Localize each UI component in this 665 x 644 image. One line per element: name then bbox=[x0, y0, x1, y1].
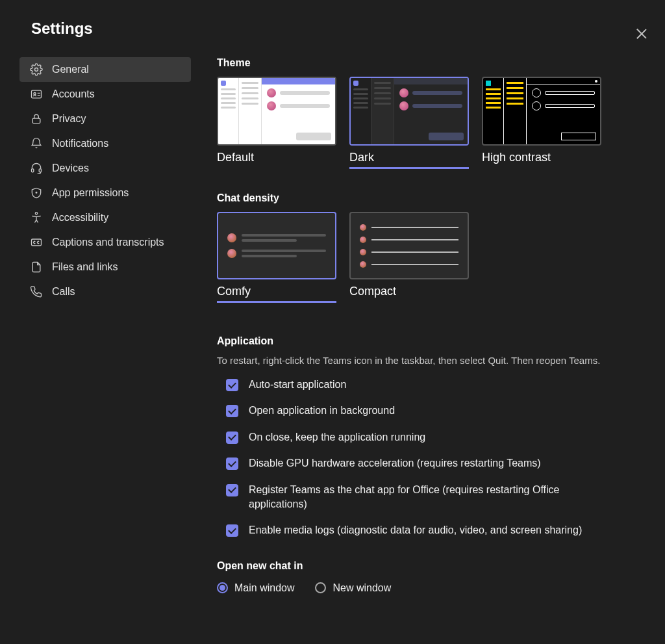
checkbox-icon bbox=[226, 457, 238, 470]
density-label: Compact bbox=[349, 285, 469, 298]
sidebar-item-notifications[interactable]: Notifications bbox=[19, 131, 191, 156]
density-option-compact[interactable]: Compact bbox=[349, 212, 469, 303]
radio-icon bbox=[217, 582, 228, 593]
check-auto-start[interactable]: Auto-start application bbox=[226, 378, 646, 392]
check-open-background[interactable]: Open application in background bbox=[226, 404, 646, 418]
radio-new-window[interactable]: New window bbox=[315, 582, 391, 594]
sidebar-item-app-permissions[interactable]: App permissions bbox=[19, 181, 191, 205]
sidebar-item-label: Captions and transcripts bbox=[52, 237, 164, 248]
gear-icon bbox=[30, 63, 43, 76]
page-title: Settings bbox=[31, 19, 665, 38]
checkbox-icon bbox=[226, 405, 238, 417]
sidebar-item-label: Privacy bbox=[52, 113, 86, 125]
theme-label: High contrast bbox=[482, 151, 601, 164]
svg-rect-4 bbox=[32, 169, 34, 172]
check-label: Auto-start application bbox=[249, 378, 346, 392]
id-card-icon bbox=[30, 88, 43, 101]
density-section-title: Chat density bbox=[217, 192, 646, 204]
application-section-title: Application bbox=[217, 335, 646, 347]
theme-label: Dark bbox=[349, 151, 469, 169]
sidebar-item-label: Accounts bbox=[52, 88, 95, 100]
sidebar-item-calls[interactable]: Calls bbox=[19, 279, 191, 304]
check-register-office[interactable]: Register Teams as the chat app for Offic… bbox=[226, 483, 646, 512]
sidebar-item-label: Calls bbox=[52, 286, 75, 298]
theme-option-high-contrast[interactable]: High contrast bbox=[482, 77, 601, 169]
sidebar-item-captions[interactable]: Captions and transcripts bbox=[19, 230, 191, 255]
density-option-comfy[interactable]: Comfy bbox=[217, 212, 336, 303]
radio-label: New window bbox=[332, 582, 391, 594]
accessibility-icon bbox=[30, 211, 43, 224]
file-icon bbox=[30, 261, 43, 274]
close-icon[interactable] bbox=[635, 27, 648, 40]
density-label: Comfy bbox=[217, 285, 336, 303]
checkbox-icon bbox=[226, 379, 238, 391]
sidebar-item-label: Devices bbox=[52, 162, 89, 174]
bell-icon bbox=[30, 137, 43, 150]
svg-point-2 bbox=[34, 93, 36, 95]
svg-point-6 bbox=[36, 192, 37, 193]
svg-rect-1 bbox=[32, 90, 42, 98]
sidebar-item-devices[interactable]: Devices bbox=[19, 156, 191, 181]
theme-label: Default bbox=[217, 151, 336, 164]
radio-icon bbox=[315, 582, 326, 593]
sidebar-item-label: General bbox=[52, 64, 89, 75]
sidebar-item-label: Files and links bbox=[52, 261, 118, 273]
theme-option-default[interactable]: Default bbox=[217, 77, 336, 169]
open-chat-title: Open new chat in bbox=[217, 560, 646, 572]
sidebar-item-general[interactable]: General bbox=[19, 57, 191, 82]
check-label: Register Teams as the chat app for Offic… bbox=[249, 483, 612, 512]
sidebar-item-label: Accessibility bbox=[52, 212, 108, 224]
svg-rect-3 bbox=[32, 118, 40, 123]
check-label: Enable media logs (diagnostic data for a… bbox=[249, 523, 582, 537]
check-label: Disable GPU hardware acceleration (requi… bbox=[249, 456, 541, 470]
svg-point-7 bbox=[35, 213, 37, 214]
theme-option-dark[interactable]: Dark bbox=[349, 77, 469, 169]
theme-preview-default bbox=[217, 77, 336, 146]
lock-icon bbox=[30, 112, 43, 125]
checkbox-icon bbox=[226, 484, 238, 496]
sidebar-item-accessibility[interactable]: Accessibility bbox=[19, 205, 191, 230]
check-media-logs[interactable]: Enable media logs (diagnostic data for a… bbox=[226, 523, 646, 537]
radio-main-window[interactable]: Main window bbox=[217, 582, 294, 594]
theme-preview-high-contrast bbox=[482, 77, 601, 146]
sidebar-item-files[interactable]: Files and links bbox=[19, 255, 191, 279]
density-preview-comfy bbox=[217, 212, 336, 279]
sidebar-item-label: App permissions bbox=[52, 187, 129, 199]
svg-point-0 bbox=[35, 68, 38, 71]
svg-rect-8 bbox=[32, 239, 42, 246]
theme-section-title: Theme bbox=[217, 57, 646, 69]
sidebar-item-label: Notifications bbox=[52, 138, 108, 149]
sidebar: General Accounts Privacy Notifications bbox=[19, 57, 191, 594]
check-keep-running[interactable]: On close, keep the application running bbox=[226, 430, 646, 444]
checkbox-icon bbox=[226, 524, 238, 537]
check-disable-gpu[interactable]: Disable GPU hardware acceleration (requi… bbox=[226, 456, 646, 470]
sidebar-item-privacy[interactable]: Privacy bbox=[19, 107, 191, 131]
checkbox-icon bbox=[226, 431, 238, 444]
check-label: Open application in background bbox=[249, 404, 395, 418]
svg-rect-5 bbox=[39, 169, 41, 172]
shield-icon bbox=[30, 187, 43, 200]
check-label: On close, keep the application running bbox=[249, 430, 425, 444]
application-description: To restart, right-click the Teams icon i… bbox=[217, 355, 646, 366]
theme-preview-dark bbox=[349, 77, 469, 146]
radio-label: Main window bbox=[234, 582, 294, 594]
phone-icon bbox=[30, 285, 43, 298]
sidebar-item-accounts[interactable]: Accounts bbox=[19, 82, 191, 107]
headset-icon bbox=[30, 162, 43, 175]
main-content: Theme Default bbox=[217, 57, 665, 594]
density-preview-compact bbox=[349, 212, 469, 279]
cc-icon bbox=[30, 236, 43, 249]
